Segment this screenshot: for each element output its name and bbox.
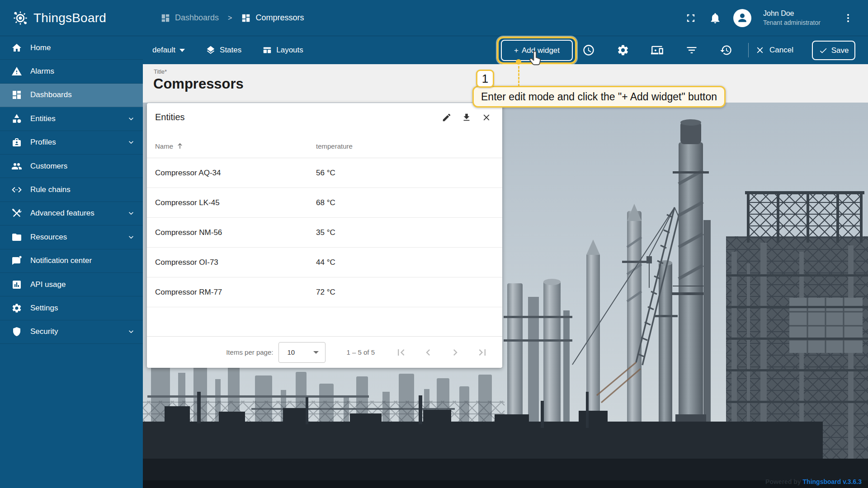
add-widget-button[interactable]: + Add widget (501, 40, 573, 61)
save-button[interactable]: Save (812, 41, 855, 60)
dropdown-caret-icon (313, 351, 319, 354)
chevron-down-icon (127, 209, 136, 218)
dashboards-icon (11, 89, 23, 101)
version-link[interactable]: Thingsboard v.3.6.3 (803, 478, 862, 485)
profiles-icon (11, 136, 23, 148)
dropdown-caret-icon (179, 49, 185, 52)
breadcrumb-separator: > (228, 14, 232, 22)
annotation-tooltip: Enter edit mode and click the "+ Add wid… (472, 86, 726, 108)
annotation-dashed-line (518, 66, 519, 87)
user-avatar[interactable] (733, 9, 751, 27)
user-role: Tenant administrator (763, 19, 831, 27)
home-icon (11, 42, 23, 54)
sidebar-item-notification-center[interactable]: Notification center (0, 249, 143, 273)
breadcrumb: Dashboards > Compressors (160, 13, 304, 23)
check-icon (819, 46, 828, 55)
annotation-connector-dot (516, 59, 521, 65)
next-page-icon[interactable] (449, 346, 462, 359)
sidebar-item-security[interactable]: Security (0, 320, 143, 344)
kebab-menu-icon[interactable] (843, 13, 854, 23)
sidebar-item-dashboards[interactable]: Dashboards (0, 84, 143, 107)
sort-ascending-arrow-icon (176, 142, 184, 150)
thingsboard-logo-icon (12, 9, 29, 27)
close-icon (755, 45, 765, 55)
customers-icon (11, 160, 23, 172)
widget-title: Entities (155, 112, 185, 122)
column-header-temperature[interactable]: temperature (316, 142, 353, 150)
chevron-down-icon (127, 327, 136, 336)
page-range-label: 1 – 5 of 5 (346, 348, 375, 356)
app-name: ThingsBoard (33, 11, 106, 25)
sidebar-item-api-usage[interactable]: API usage (0, 273, 143, 296)
sidebar-item-advanced-features[interactable]: Advanced features (0, 202, 143, 225)
dashboards-icon (241, 13, 251, 23)
sidebar-item-home[interactable]: Home (0, 36, 143, 60)
remove-widget-close-icon[interactable] (481, 113, 491, 122)
previous-page-icon[interactable] (422, 346, 434, 359)
dashboard-settings-gear-icon[interactable] (617, 44, 629, 56)
chevron-down-icon (127, 138, 136, 147)
security-shield-icon (11, 326, 23, 338)
sidebar-item-alarms[interactable]: Alarms (0, 60, 143, 83)
items-per-page-select[interactable]: 10 (278, 342, 326, 363)
version-history-icon[interactable] (720, 44, 732, 56)
table-row[interactable]: Compressor NM-56 35 °C (147, 218, 502, 248)
first-page-icon[interactable] (395, 346, 407, 359)
column-header-name[interactable]: Name (155, 142, 184, 150)
layouts-icon (262, 45, 272, 55)
header-actions: John Doe Tenant administrator (684, 9, 868, 27)
breadcrumb-compressors[interactable]: Compressors (241, 13, 304, 23)
states-layers-icon (206, 45, 216, 55)
app-logo[interactable]: ThingsBoard (0, 0, 143, 36)
edit-widget-pencil-icon[interactable] (442, 113, 452, 122)
resources-icon (11, 231, 23, 243)
time-window-clock-icon[interactable] (582, 44, 595, 56)
table-header-row: Name temperature (147, 134, 502, 158)
cancel-button[interactable]: Cancel (755, 36, 793, 64)
entity-aliases-devices-icon[interactable] (651, 44, 664, 56)
entities-widget: Entities Name temperature Compressor AQ-… (147, 103, 502, 368)
table-row[interactable]: Compressor LK-45 68 °C (147, 188, 502, 218)
alarm-icon (11, 66, 23, 77)
breadcrumb-dashboards[interactable]: Dashboards (160, 13, 219, 23)
states-button[interactable]: States (206, 45, 241, 55)
filters-icon[interactable] (685, 44, 698, 56)
layouts-button[interactable]: Layouts (262, 45, 303, 55)
download-widget-icon[interactable] (462, 113, 472, 122)
sidebar-item-entities[interactable]: Entities (0, 107, 143, 131)
dashboards-icon (160, 13, 170, 23)
chevron-down-icon (127, 114, 136, 123)
dashboard-title-field[interactable]: Compressors (153, 76, 244, 92)
annotation-step-badge: 1 (476, 70, 494, 88)
rule-chains-icon (11, 184, 23, 196)
table-row[interactable]: Compressor OI-73 44 °C (147, 248, 502, 277)
sidebar: ThingsBoard Home Alarms Dashboards Entit… (0, 0, 143, 488)
table-row[interactable]: Compressor AQ-34 56 °C (147, 158, 502, 188)
fullscreen-icon[interactable] (684, 12, 697, 24)
settings-gear-icon (11, 302, 23, 314)
plus-icon: + (514, 46, 519, 55)
toolbar-divider (748, 43, 749, 57)
sidebar-item-customers[interactable]: Customers (0, 155, 143, 178)
table-row[interactable]: Compressor RM-77 72 °C (147, 277, 502, 307)
sidebar-item-settings[interactable]: Settings (0, 296, 143, 320)
advanced-features-icon (11, 207, 23, 219)
sidebar-item-profiles[interactable]: Profiles (0, 131, 143, 155)
title-field-label: Title* (154, 68, 167, 75)
top-header-bar: Dashboards > Compressors John Doe Tenant… (143, 0, 868, 36)
items-per-page-label: Items per page: (226, 348, 273, 356)
last-page-icon[interactable] (476, 346, 489, 359)
notifications-bell-icon[interactable] (709, 12, 722, 24)
powered-by-label: Powered by (765, 478, 801, 485)
sidebar-item-resources[interactable]: Resources (0, 225, 143, 249)
version-footer: Powered by Thingsboard v.3.6.3 (765, 478, 862, 485)
notification-icon (11, 255, 23, 267)
layout-selector[interactable]: default (152, 46, 185, 55)
sidebar-item-rule-chains[interactable]: Rule chains (0, 178, 143, 202)
entities-icon (11, 113, 23, 125)
user-info[interactable]: John Doe Tenant administrator (763, 9, 831, 27)
table-paginator: Items per page: 10 1 – 5 of 5 (147, 336, 502, 368)
chevron-down-icon (127, 233, 136, 242)
api-usage-icon (11, 279, 23, 291)
user-name: John Doe (763, 9, 831, 19)
